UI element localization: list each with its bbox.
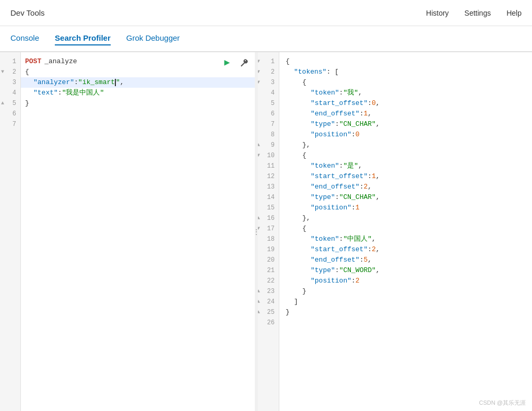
- editor-code-content[interactable]: ▶ POST _analyze {: [21, 52, 255, 411]
- out-line-num-23: ▲ 23: [256, 286, 279, 297]
- help-link[interactable]: Help: [506, 9, 522, 17]
- main-content: 1 ▼ 2 3 4 ▲ 5: [0, 52, 532, 411]
- editor-line-4: "text" : "我是中国人": [21, 88, 255, 98]
- out-line-num-24: ▲ 24: [256, 297, 279, 307]
- editor-line-6: [21, 109, 255, 119]
- out-line-num-26: 26: [256, 318, 279, 328]
- out-line-4: "token" : "我" ,: [279, 88, 532, 98]
- wrench-button[interactable]: [238, 56, 250, 69]
- line-num-1: 1: [0, 56, 20, 67]
- line-num-2: ▼ 2: [0, 67, 20, 77]
- history-link[interactable]: History: [426, 9, 449, 17]
- out-line-num-3: ▼ 3: [256, 77, 279, 88]
- out-line-num-16: ▲ 16: [256, 213, 279, 224]
- out-line-19: "start_offset" : 2 ,: [279, 244, 532, 255]
- run-button[interactable]: ▶: [221, 56, 233, 69]
- code-editor[interactable]: 1 ▼ 2 3 4 ▲ 5: [0, 52, 255, 411]
- out-line-8: "position" : 0: [279, 130, 532, 140]
- out-line-25: }: [279, 307, 532, 318]
- watermark: CSDN @其乐无涯: [479, 399, 526, 407]
- out-line-5: "start_offset" : 0 ,: [279, 98, 532, 109]
- output-code: { "tokens" : [ { "token" :: [279, 52, 532, 411]
- out-line-num-11: 11: [256, 161, 279, 171]
- editor-line-2: {: [21, 67, 255, 77]
- editor-panel: 1 ▼ 2 3 4 ▲ 5: [0, 52, 256, 411]
- out-line-num-9: ▲ 9: [256, 140, 279, 150]
- editor-line-3: "analyzer" : "ik_smart" ,: [21, 77, 255, 88]
- line-num-6: 6: [0, 109, 20, 119]
- editor-line-1: POST _analyze: [21, 56, 255, 67]
- output-content[interactable]: ▼ 1 ▼ 2 ▼ 3 4 5 6 7 8 ▲ 9: [256, 52, 532, 411]
- out-line-num-7: 7: [256, 119, 279, 130]
- editor-line-numbers: 1 ▼ 2 3 4 ▲ 5: [0, 52, 21, 411]
- tab-grok-debugger[interactable]: Grok Debugger: [126, 33, 180, 45]
- out-line-11: "token" : "是" ,: [279, 161, 532, 171]
- nav-right: History Settings Help: [426, 9, 522, 17]
- out-line-24: ]: [279, 297, 532, 307]
- out-line-num-19: 19: [256, 244, 279, 255]
- tab-search-profiler[interactable]: Search Profiler: [55, 33, 111, 45]
- out-line-6: "end_offset" : 1 ,: [279, 109, 532, 119]
- out-line-num-4: 4: [256, 88, 279, 98]
- app-title: Dev Tools: [10, 8, 45, 17]
- out-line-num-5: 5: [256, 98, 279, 109]
- out-line-14: "type" : "CN_CHAR" ,: [279, 192, 532, 203]
- out-line-num-13: 13: [256, 182, 279, 192]
- out-line-17: {: [279, 224, 532, 234]
- out-line-num-20: 20: [256, 255, 279, 265]
- out-line-num-2: ▼ 2: [256, 67, 279, 77]
- panel-resize-handle[interactable]: [255, 52, 258, 411]
- out-line-num-6: 6: [256, 109, 279, 119]
- out-line-num-8: 8: [256, 130, 279, 140]
- line-num-5: ▲ 5: [0, 98, 20, 109]
- out-line-1: {: [279, 56, 532, 67]
- settings-link[interactable]: Settings: [465, 9, 491, 17]
- out-line-9: },: [279, 140, 532, 150]
- out-line-2: "tokens" : [: [279, 67, 532, 77]
- out-line-15: "position" : 1: [279, 203, 532, 213]
- out-line-num-10: ▼ 10: [256, 150, 279, 161]
- out-line-22: "position" : 2: [279, 276, 532, 286]
- line-num-3: 3: [0, 77, 20, 88]
- out-line-10: {: [279, 150, 532, 161]
- out-line-num-25: ▲ 25: [256, 307, 279, 318]
- out-line-20: "end_offset" : 5 ,: [279, 255, 532, 265]
- out-line-16: },: [279, 213, 532, 224]
- out-line-num-1: ▼ 1: [256, 56, 279, 67]
- out-line-num-15: 15: [256, 203, 279, 213]
- out-line-num-22: 22: [256, 276, 279, 286]
- top-nav: Dev Tools History Settings Help: [0, 0, 532, 26]
- output-panel: ▼ 1 ▼ 2 ▼ 3 4 5 6 7 8 ▲ 9: [256, 52, 532, 411]
- out-line-num-21: 21: [256, 265, 279, 276]
- out-line-18: "token" : "中国人" ,: [279, 234, 532, 244]
- out-line-21: "type" : "CN_WORD" ,: [279, 265, 532, 276]
- tab-bar: Console Search Profiler Grok Debugger: [0, 26, 532, 52]
- editor-toolbar: ▶: [221, 56, 250, 69]
- tab-console[interactable]: Console: [10, 33, 39, 45]
- out-line-7: "type" : "CN_CHAR" ,: [279, 119, 532, 130]
- editor-line-7: [21, 119, 255, 130]
- out-line-3: {: [279, 77, 532, 88]
- out-line-13: "end_offset" : 2 ,: [279, 182, 532, 192]
- out-line-23: }: [279, 286, 532, 297]
- out-line-num-14: 14: [256, 192, 279, 203]
- line-num-4: 4: [0, 88, 20, 98]
- editor-line-5: }: [21, 98, 255, 109]
- out-line-12: "start_offset" : 1 ,: [279, 171, 532, 182]
- out-line-26: [279, 318, 532, 328]
- out-line-num-12: 12: [256, 171, 279, 182]
- line-num-7: 7: [0, 119, 20, 130]
